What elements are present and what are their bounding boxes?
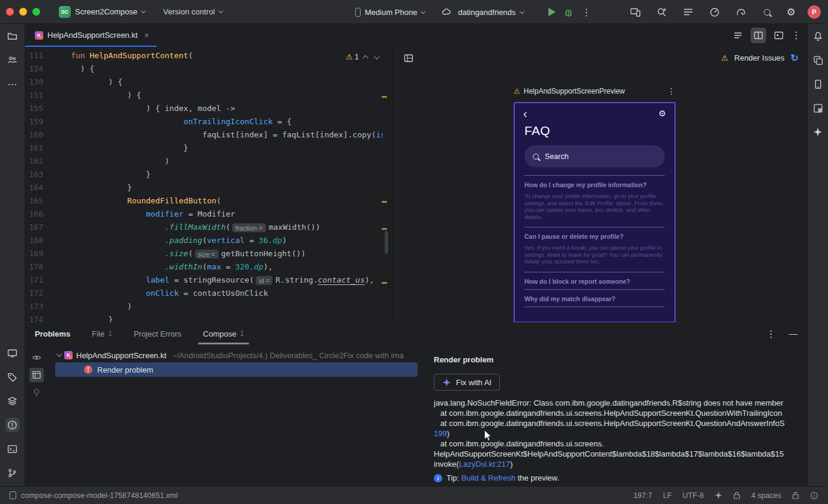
gutter-line-number[interactable]: 162 bbox=[25, 155, 43, 168]
code-editor[interactable]: 1111241301511551591601611621631641651661… bbox=[25, 47, 389, 322]
run-button[interactable] bbox=[548, 8, 556, 16]
user-avatar[interactable]: P bbox=[808, 5, 821, 19]
gemini-icon[interactable] bbox=[811, 125, 825, 139]
device-manager-icon[interactable] bbox=[811, 53, 825, 67]
problems-tab-compose[interactable]: Compose1 bbox=[202, 323, 245, 344]
project-menu[interactable]: SC Screen2Compose bbox=[55, 4, 149, 20]
gemini-status-icon[interactable] bbox=[715, 491, 722, 499]
editor-options-kebab[interactable]: ⋮ bbox=[791, 29, 801, 41]
gutter-line-number[interactable]: 169 bbox=[25, 247, 43, 260]
phone-preview-frame[interactable]: ‹ ⚙ FAQ Search How do I change my profil… bbox=[514, 102, 676, 322]
stack-trace-link[interactable]: LazyDsl.kt:217 bbox=[459, 460, 510, 469]
problems-options-kebab[interactable]: ⋮ bbox=[766, 328, 776, 340]
gutter-line-number[interactable]: 164 bbox=[25, 181, 43, 194]
details-view-icon[interactable] bbox=[29, 368, 44, 382]
gutter-line-number[interactable]: 174 bbox=[25, 313, 43, 322]
warning-stripe-mark[interactable] bbox=[382, 228, 387, 230]
vcs-menu[interactable]: Version control bbox=[159, 4, 227, 20]
code-line[interactable]: .fillMaxWidth(fraction =maxWidth()) bbox=[71, 221, 383, 234]
running-devices-icon[interactable] bbox=[5, 346, 20, 360]
refresh-preview-icon[interactable]: ↻ bbox=[791, 53, 799, 63]
warning-stripe-mark[interactable] bbox=[382, 201, 387, 203]
gutter-line-number[interactable]: 155 bbox=[25, 102, 43, 115]
code-line[interactable]: .widthIn(max = 320.dp), bbox=[71, 260, 383, 274]
preview-options-kebab[interactable]: ⋮ bbox=[667, 86, 676, 96]
editor-preview-splitter[interactable] bbox=[389, 47, 393, 322]
code-line[interactable]: ) { bbox=[71, 62, 383, 76]
close-tab-icon[interactable]: × bbox=[144, 31, 149, 40]
code-line[interactable]: } bbox=[71, 181, 383, 194]
code-line[interactable]: .size(size =getButtonHeight()) bbox=[71, 247, 383, 260]
gutter-line-number[interactable]: 111 bbox=[25, 49, 43, 62]
version-control-icon[interactable] bbox=[5, 466, 20, 480]
line-separator[interactable]: LF bbox=[663, 491, 672, 500]
logcat-icon[interactable] bbox=[5, 370, 20, 384]
quickfix-bulb-icon[interactable] bbox=[29, 385, 44, 400]
file-encoding[interactable]: UTF-8 bbox=[683, 491, 704, 500]
code-line[interactable]: onTrailingIconClick = { bbox=[71, 115, 383, 128]
next-issue-icon[interactable] bbox=[374, 53, 380, 59]
build-icon[interactable] bbox=[5, 394, 20, 408]
warning-stripe-mark[interactable] bbox=[382, 282, 387, 284]
code-line[interactable]: } bbox=[71, 313, 383, 322]
gradle-icon[interactable] bbox=[734, 5, 748, 19]
gutter-line-number[interactable]: 163 bbox=[25, 168, 43, 181]
preview-toggle-eye-icon[interactable] bbox=[29, 350, 44, 365]
problems-tab-file[interactable]: File1 bbox=[91, 323, 113, 344]
caret-position[interactable]: 197:7 bbox=[634, 491, 652, 500]
gutter-line-number[interactable]: 171 bbox=[25, 274, 43, 287]
terminal-icon[interactable] bbox=[5, 442, 20, 456]
problems-icon[interactable] bbox=[5, 418, 20, 432]
indent-setting[interactable]: 4 spaces bbox=[751, 491, 781, 500]
code-line[interactable]: ) bbox=[71, 300, 383, 313]
macos-close-button[interactable] bbox=[6, 8, 14, 16]
run-options-kebab[interactable]: ⋮ bbox=[582, 7, 592, 18]
code-line[interactable]: label = stringResource(id =R.string.cont… bbox=[71, 274, 383, 287]
problems-tab-project-errors[interactable]: Project Errors bbox=[133, 323, 182, 344]
layout-inspector-icon[interactable] bbox=[811, 101, 825, 115]
macos-zoom-button[interactable] bbox=[32, 8, 40, 16]
gutter-line-number[interactable]: 168 bbox=[25, 234, 43, 247]
gutter-line-number[interactable]: 166 bbox=[25, 208, 43, 221]
gutter-line-number[interactable]: 173 bbox=[25, 300, 43, 313]
code-line[interactable]: ) bbox=[71, 155, 383, 168]
gutter-line-number[interactable]: 167 bbox=[25, 221, 43, 234]
settings-gear-icon[interactable]: ⚙ bbox=[787, 7, 796, 17]
hide-panel-icon[interactable]: — bbox=[789, 329, 797, 338]
editor-tab[interactable]: K HelpAndSupportScreen.kt × bbox=[25, 24, 157, 47]
gutter-line-number[interactable]: 172 bbox=[25, 287, 43, 300]
users-icon[interactable] bbox=[5, 53, 20, 67]
readonly-unlock-icon[interactable] bbox=[792, 491, 799, 499]
ai-search-icon[interactable] bbox=[655, 5, 669, 19]
gutter-line-number[interactable]: 165 bbox=[25, 194, 43, 208]
preview-title[interactable]: HelpAndSupportScreenPreview bbox=[524, 87, 625, 95]
code-line[interactable]: RoundedFilledButton( bbox=[71, 194, 383, 208]
code-line[interactable]: ) { bbox=[71, 89, 383, 102]
macos-minimize-button[interactable] bbox=[19, 8, 27, 16]
code-line[interactable]: .padding(vertical = 36.dp) bbox=[71, 234, 383, 247]
project-folder-icon[interactable] bbox=[5, 29, 20, 43]
info-circle-icon[interactable] bbox=[810, 491, 818, 500]
debug-button[interactable] bbox=[562, 5, 576, 19]
task-list-icon[interactable] bbox=[681, 5, 695, 19]
code-line[interactable]: faqList[index] = faqList[index].copy(isE bbox=[71, 128, 383, 142]
gutter-line-number[interactable]: 159 bbox=[25, 115, 43, 128]
search-icon[interactable] bbox=[760, 5, 775, 19]
code-line[interactable]: onClick = contactUsOnClick bbox=[71, 287, 383, 300]
gutter-line-number[interactable]: 161 bbox=[25, 142, 43, 155]
split-view-icon[interactable] bbox=[751, 28, 766, 43]
inspections-widget[interactable]: ⚠ 1 bbox=[343, 52, 380, 62]
warning-stripe-mark[interactable] bbox=[382, 96, 387, 98]
gutter-line-number[interactable]: 170 bbox=[25, 260, 43, 274]
code-line[interactable]: } bbox=[71, 142, 383, 155]
stack-trace-link[interactable]: 199 bbox=[434, 429, 447, 438]
editor-scrollbar[interactable] bbox=[385, 231, 388, 254]
code-view-icon[interactable] bbox=[730, 28, 746, 43]
code-line[interactable]: ) { index, model -> bbox=[71, 102, 383, 115]
problems-file-row[interactable]: K HelpAndSupportScreen.kt ~/AndroidStudi… bbox=[48, 348, 426, 362]
code-line[interactable]: modifier = Modifier bbox=[71, 208, 383, 221]
status-file-name[interactable]: compose-compose-model-1758748140651.xml bbox=[21, 491, 178, 500]
gutter-line-number[interactable]: 151 bbox=[25, 89, 43, 102]
code-line[interactable]: fun HelpAndSupportContent( bbox=[71, 49, 383, 62]
chevron-down-icon[interactable] bbox=[56, 351, 62, 357]
